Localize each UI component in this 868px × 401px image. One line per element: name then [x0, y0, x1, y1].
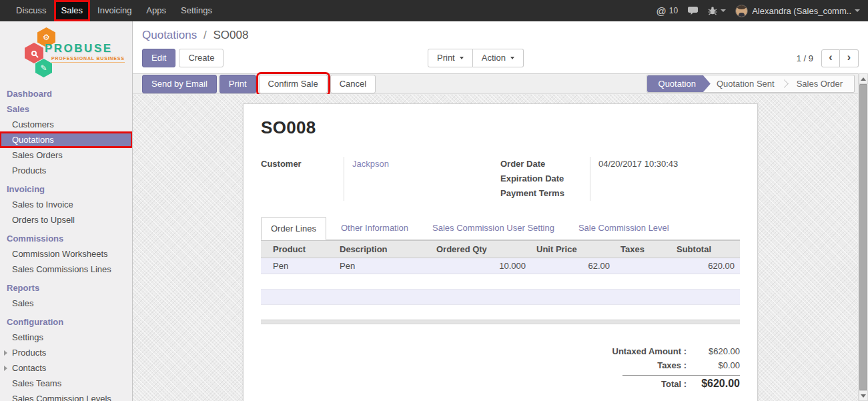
sidebar-item-products[interactable]: Products	[0, 163, 132, 178]
breadcrumb-quotations-link[interactable]: Quotations	[142, 29, 197, 41]
state-sales-order[interactable]: Sales Order	[785, 75, 854, 92]
payment-terms-value	[598, 186, 740, 201]
action-dropdowns: Print Action	[428, 49, 524, 67]
col-header-subtotal[interactable]: Subtotal	[671, 241, 740, 258]
sidebar: ⚙ ✎ PROBUSE PROFESSIONAL BUSINESS Dashbo…	[0, 21, 133, 401]
sidebar-heading-sales[interactable]: Sales	[0, 101, 132, 117]
action-dropdown-label: Action	[482, 53, 506, 63]
sidebar-item-label: Contacts	[12, 363, 46, 373]
sidebar-item-sales-orders[interactable]: Sales Orders	[0, 147, 132, 163]
confirm-sale-button[interactable]: Confirm Sale	[259, 75, 328, 93]
company-logo[interactable]: ⚙ ✎ PROBUSE PROFESSIONAL BUSINESS	[0, 21, 132, 83]
col-header-unit-price[interactable]: Unit Price	[531, 241, 615, 258]
table-row-empty	[261, 305, 740, 320]
cell-ordered-qty[interactable]: 10.000	[431, 258, 531, 274]
sidebar-item-sales-commission-levels[interactable]: Sales Commission Levels	[0, 391, 132, 401]
top-navbar: Discuss Sales Invoicing Apps Settings @ …	[0, 0, 868, 21]
edit-button[interactable]: Edit	[142, 49, 175, 67]
pager-next-button[interactable]: ›	[840, 49, 859, 67]
table-row-empty	[261, 290, 740, 305]
nav-item-apps[interactable]: Apps	[139, 0, 173, 21]
status-pipeline: Quotation Quotation Sent Sales Order	[646, 75, 855, 93]
tab-order-lines[interactable]: Order Lines	[261, 217, 326, 240]
table-row-empty	[261, 274, 740, 290]
col-header-description[interactable]: Description	[334, 241, 431, 258]
col-header-taxes[interactable]: Taxes	[615, 241, 671, 258]
sidebar-item-commission-worksheets[interactable]: Commission Worksheets	[0, 246, 132, 262]
taxes-value: $0.00	[687, 360, 740, 370]
sidebar-item-customers[interactable]: Customers	[0, 117, 132, 132]
cell-taxes[interactable]	[615, 258, 671, 274]
cell-subtotal[interactable]: 620.00	[671, 258, 740, 274]
nav-item-discuss[interactable]: Discuss	[9, 0, 54, 21]
sidebar-item-reports-sales[interactable]: Sales	[0, 296, 132, 311]
tab-sale-commission-level[interactable]: Sale Commission Level	[569, 217, 679, 240]
sidebar-item-sales-commissions-lines[interactable]: Sales Commissions Lines	[0, 262, 132, 277]
cell-description[interactable]: Pen	[334, 258, 431, 274]
print-dropdown-label: Print	[437, 53, 455, 63]
user-avatar	[735, 5, 748, 17]
vertical-scrollbar[interactable]	[858, 73, 868, 401]
order-date-label: Order Date	[500, 157, 590, 171]
cancel-button[interactable]: Cancel	[330, 75, 376, 93]
scrollbar-up-button[interactable]	[859, 73, 868, 84]
untaxed-amount-label: Untaxed Amount :	[612, 346, 687, 356]
logo-brand-text: PROBUSE	[45, 42, 113, 55]
col-header-product[interactable]: Product	[268, 241, 334, 258]
sidebar-item-label: Products	[12, 348, 46, 358]
sidebar-heading-reports: Reports	[0, 280, 132, 296]
sidebar-heading-commissions: Commissions	[0, 231, 132, 246]
chevron-down-icon	[510, 57, 514, 59]
action-dropdown-button[interactable]: Action	[473, 49, 524, 67]
customer-value-link[interactable]: Jackpson	[352, 157, 500, 171]
state-quotation[interactable]: Quotation	[647, 75, 711, 92]
debug-bug-icon[interactable]	[708, 6, 726, 15]
magnifier-icon	[31, 51, 37, 56]
cell-product[interactable]: Pen	[268, 258, 334, 274]
sidebar-heading-dashboard[interactable]: Dashboard	[0, 86, 132, 101]
nav-item-invoicing[interactable]: Invoicing	[90, 0, 139, 21]
page-title: SO008	[261, 117, 740, 138]
sidebar-item-orders-to-upsell[interactable]: Orders to Upsell	[0, 212, 132, 228]
debug-caret-icon	[721, 9, 726, 12]
nav-item-sales[interactable]: Sales	[54, 0, 91, 21]
print-button[interactable]: Print	[220, 75, 256, 93]
expand-caret-icon[interactable]	[4, 350, 7, 356]
sidebar-item-quotations[interactable]: Quotations	[0, 132, 132, 147]
form-statusbar: Send by Email Print Confirm Sale Cancel …	[133, 73, 868, 94]
sidebar-item-sales-teams[interactable]: Sales Teams	[0, 376, 132, 391]
sidebar-nav: Dashboard Sales Customers Quotations Sal…	[0, 86, 132, 401]
nav-item-settings[interactable]: Settings	[173, 0, 220, 21]
field-group-right: Order Date Expiration Date Payment Terms…	[500, 157, 740, 201]
tab-other-information[interactable]: Other Information	[332, 217, 418, 240]
sidebar-item-config-products[interactable]: Products	[0, 345, 132, 360]
main-area: Quotations / SO008 Edit Create Print Act…	[133, 21, 868, 401]
mentions-counter[interactable]: @ 10	[657, 6, 679, 16]
logo-tools-hexagon: ✎	[35, 59, 52, 77]
chat-icon[interactable]	[687, 6, 699, 15]
mentions-count: 10	[669, 6, 678, 15]
sidebar-item-settings[interactable]: Settings	[0, 330, 132, 345]
scrollbar-thumb[interactable]	[859, 84, 867, 390]
arrow-up-icon	[861, 77, 866, 81]
user-menu[interactable]: Alexandra (Sales_comm..	[735, 5, 860, 17]
untaxed-amount-value: $620.00	[687, 346, 740, 356]
payment-terms-label: Payment Terms	[500, 186, 590, 201]
sidebar-item-config-contacts[interactable]: Contacts	[0, 360, 132, 376]
col-header-ordered-qty[interactable]: Ordered Qty	[431, 241, 531, 258]
state-quotation-sent[interactable]: Quotation Sent	[705, 75, 786, 92]
scrollbar-down-button[interactable]	[859, 390, 868, 401]
order-line-row[interactable]: Pen Pen 10.000 62.00 620.00	[261, 258, 740, 274]
print-dropdown-button[interactable]: Print	[428, 49, 473, 67]
cell-unit-price[interactable]: 62.00	[531, 258, 615, 274]
logo-search-hexagon	[25, 43, 43, 63]
create-button[interactable]: Create	[179, 49, 224, 67]
send-by-email-button[interactable]: Send by Email	[142, 75, 217, 93]
arrow-down-icon	[861, 394, 866, 398]
sidebar-item-sales-to-invoice[interactable]: Sales to Invoice	[0, 197, 132, 212]
expiration-date-value	[598, 171, 740, 186]
expand-caret-icon[interactable]	[4, 366, 7, 371]
sidebar-heading-invoicing: Invoicing	[0, 181, 132, 197]
pager-previous-button[interactable]: ‹	[821, 49, 840, 67]
tab-sales-commission-user-setting[interactable]: Sales Commission User Setting	[423, 217, 564, 240]
